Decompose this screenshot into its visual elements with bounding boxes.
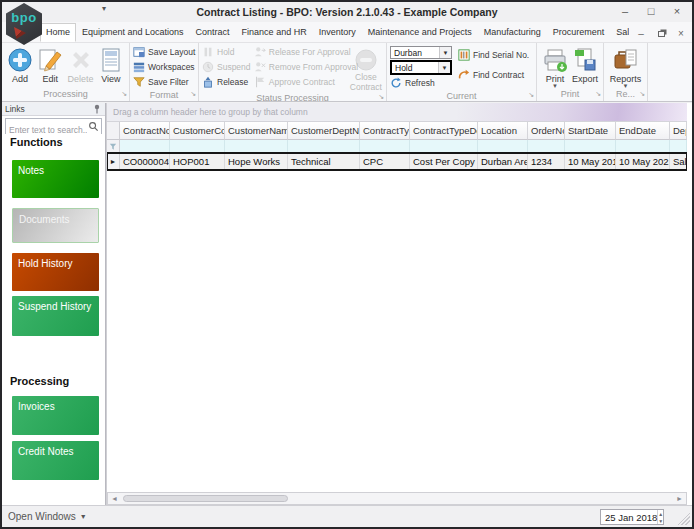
- grid-header-row: ContractNo CustomerCode CustomerName Cus…: [107, 122, 687, 140]
- column-header-contracttype[interactable]: ContractType: [360, 122, 410, 140]
- remove-from-approval-button: Remove From Approval: [254, 60, 349, 74]
- tab-home[interactable]: Home: [40, 23, 76, 42]
- tab-contract[interactable]: Contract: [190, 23, 236, 42]
- sidebar-button-hold-history[interactable]: Hold History: [12, 253, 99, 291]
- add-button[interactable]: Add: [5, 45, 35, 88]
- ribbon-group-current: Durban ▼ Hold ▼ Refresh Find S: [387, 43, 537, 101]
- delete-x-icon: [68, 47, 94, 73]
- sidebar-button-suspend-history[interactable]: Suspend History: [12, 296, 99, 336]
- find-contract-button[interactable]: Find Contract: [458, 68, 529, 82]
- tab-procurement[interactable]: Procurement: [547, 23, 611, 42]
- cell-contracttypedesc: Cost Per Copy: [410, 153, 478, 170]
- cell-enddate: 10 May 2022: [616, 153, 670, 170]
- suspend-icon: [202, 61, 214, 73]
- location-filter-dropdown[interactable]: Durban ▼: [390, 46, 452, 59]
- sidebar-button-invoices[interactable]: Invoices: [12, 396, 99, 435]
- quick-access-dropdown-icon[interactable]: ▾: [102, 4, 106, 13]
- filter-cell[interactable]: [528, 140, 565, 153]
- close-button[interactable]: ×: [664, 2, 690, 20]
- tab-inventory[interactable]: Inventory: [313, 23, 362, 42]
- print-button[interactable]: Print ▼: [540, 45, 570, 88]
- column-header-customerdeptname[interactable]: CustomerDeptName: [288, 122, 360, 140]
- reports-button[interactable]: Reports ▼: [607, 45, 644, 88]
- save-filter-button[interactable]: Save Filter: [133, 75, 199, 89]
- maximize-button[interactable]: □: [638, 2, 664, 20]
- cell-customerdeptname: Technical: [288, 153, 360, 170]
- mdi-restore-button[interactable]: [653, 26, 669, 40]
- column-header-customercode[interactable]: CustomerCode: [170, 122, 225, 140]
- filter-cell[interactable]: [225, 140, 288, 153]
- workspaces-button[interactable]: Workspaces ▼: [133, 60, 199, 74]
- sidebar-button-documents[interactable]: Documents: [12, 208, 99, 243]
- groupbar-decoration: [457, 103, 687, 121]
- hold-button: Hold: [202, 45, 254, 59]
- edit-button[interactable]: Edit: [35, 45, 65, 88]
- mdi-close-button[interactable]: ×: [673, 26, 689, 40]
- status-filter-value: Hold: [392, 63, 438, 73]
- column-header-startdate[interactable]: StartDate: [565, 122, 616, 140]
- cell-customername: Hope Works: [225, 153, 288, 170]
- spinner-up-icon[interactable]: ▲: [658, 510, 663, 517]
- filter-cell[interactable]: [565, 140, 616, 153]
- delete-button: Delete: [66, 45, 96, 88]
- spinner-down-icon[interactable]: ▼: [658, 517, 663, 524]
- tab-equipment-and-locations[interactable]: Equipment and Locations: [76, 23, 190, 42]
- horizontal-scrollbar[interactable]: ◄ ►: [107, 492, 687, 505]
- pin-icon[interactable]: [92, 104, 102, 114]
- view-button[interactable]: View: [96, 45, 126, 88]
- scroll-left-icon[interactable]: ◄: [108, 493, 121, 504]
- filter-cell[interactable]: [478, 140, 528, 153]
- scrollbar-thumb[interactable]: [123, 495, 288, 502]
- sidebar-button-notes[interactable]: Notes: [12, 160, 99, 198]
- edit-label: Edit: [43, 74, 59, 84]
- find-serial-no-button[interactable]: Find Serial No.: [458, 48, 529, 62]
- approve-contract-label: Approve Contract: [269, 77, 335, 87]
- invoices-label: Invoices: [18, 401, 55, 412]
- filter-cell[interactable]: [360, 140, 410, 153]
- dialog-launcher-icon[interactable]: ↘: [121, 88, 127, 100]
- resize-grip[interactable]: [677, 512, 690, 525]
- column-header-enddate[interactable]: EndDate: [616, 122, 670, 140]
- column-header-department[interactable]: Depart: [670, 122, 687, 140]
- minimize-button[interactable]: –: [612, 2, 638, 20]
- status-filter-dropdown[interactable]: Hold ▼: [390, 60, 452, 75]
- refresh-button[interactable]: Refresh: [390, 76, 458, 90]
- tab-finance-and-hr[interactable]: Finance and HR: [236, 23, 313, 42]
- scroll-right-icon[interactable]: ►: [673, 493, 686, 504]
- hold-label: Hold: [217, 47, 234, 57]
- column-header-customername[interactable]: CustomerName: [225, 122, 288, 140]
- column-header-contractno[interactable]: ContractNo: [120, 122, 170, 140]
- filter-cell[interactable]: [288, 140, 360, 153]
- dialog-launcher-icon[interactable]: ↘: [595, 88, 601, 100]
- hold-history-label: Hold History: [18, 258, 72, 269]
- filter-cell[interactable]: [410, 140, 478, 153]
- tab-maintenance-and-projects[interactable]: Maintenance and Projects: [362, 23, 478, 42]
- column-header-orderno[interactable]: OrderNo: [528, 122, 565, 140]
- filter-cell[interactable]: [670, 140, 687, 153]
- find-serial-label: Find Serial No.: [473, 50, 529, 60]
- add-label: Add: [12, 74, 28, 84]
- date-editor[interactable]: 25 Jan 2018 ▲ ▼: [600, 509, 664, 525]
- save-layout-button[interactable]: Save Layout: [133, 45, 199, 59]
- release-button[interactable]: Release: [202, 75, 254, 89]
- filter-cell[interactable]: [170, 140, 225, 153]
- export-button[interactable]: Export: [570, 45, 600, 88]
- column-header-contracttypedesc[interactable]: ContractTypeDesc: [410, 122, 478, 140]
- tab-manufacturing[interactable]: Manufacturing: [478, 23, 547, 42]
- table-row-selected[interactable]: ► CO0000045 HOP001 Hope Works Technical …: [107, 153, 687, 170]
- filter-cell[interactable]: [120, 140, 170, 153]
- dialog-launcher-icon[interactable]: ↘: [639, 88, 645, 100]
- ribbon-group-status-processing: Hold Suspend Release Release For Approva…: [199, 43, 387, 101]
- save-filter-label: Save Filter: [148, 77, 189, 87]
- mdi-minimize-button[interactable]: –: [633, 26, 649, 40]
- dialog-launcher-icon[interactable]: ↘: [378, 91, 384, 101]
- dialog-launcher-icon[interactable]: ↘: [190, 88, 196, 100]
- column-header-location[interactable]: Location: [478, 122, 528, 140]
- search-input[interactable]: [6, 123, 101, 137]
- dialog-launcher-icon[interactable]: ↘: [528, 89, 534, 101]
- filter-cell[interactable]: [616, 140, 670, 153]
- cell-orderno: 1234: [528, 153, 565, 170]
- open-windows-button[interactable]: Open Windows ▼: [2, 511, 87, 522]
- save-layout-label: Save Layout: [148, 47, 195, 57]
- sidebar-button-credit-notes[interactable]: Credit Notes: [12, 441, 99, 480]
